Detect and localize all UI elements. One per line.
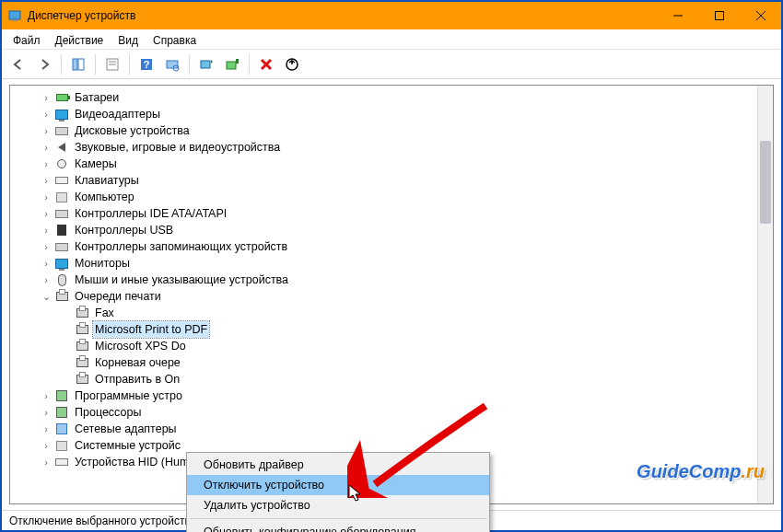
expand-icon[interactable]: › — [40, 106, 53, 122]
tree-node[interactable]: ›Звуковые, игровые и видеоустройства — [19, 139, 773, 156]
ctx-disable-device[interactable]: Отключить устройство — [187, 475, 489, 495]
tree-node[interactable]: Fax — [19, 305, 773, 321]
menu-file[interactable]: Файл — [6, 32, 48, 49]
svg-rect-0 — [9, 11, 20, 19]
update-driver-button[interactable] — [195, 53, 217, 75]
scan-hardware-button[interactable] — [161, 53, 183, 75]
drive-icon — [54, 206, 69, 221]
tree-node-label: Звуковые, игровые и видеоустройства — [73, 139, 282, 156]
tree-node[interactable]: ›Контроллеры запоминающих устройств — [19, 238, 773, 255]
tree-node-label: Компьютер — [73, 189, 136, 205]
back-button[interactable] — [7, 53, 29, 75]
tree-node-label: Дисковые устройства — [73, 122, 192, 139]
menu-help[interactable]: Справка — [146, 32, 204, 49]
menubar: Файл Действие Вид Справка — [2, 29, 781, 50]
forward-button[interactable] — [33, 53, 55, 75]
minimize-button[interactable] — [657, 2, 698, 29]
menu-action[interactable]: Действие — [48, 32, 111, 49]
tree-node[interactable]: ›Контроллеры USB — [19, 222, 773, 238]
tree-node[interactable]: ›Видеоадаптеры — [19, 106, 773, 122]
expand-icon[interactable]: › — [40, 238, 53, 255]
svg-rect-15 — [201, 61, 210, 68]
maximize-button[interactable] — [698, 2, 740, 29]
tree-node-label: Очереди печати — [73, 288, 163, 305]
tree-node[interactable]: ›Батареи — [19, 89, 773, 106]
monitor-icon — [54, 256, 69, 271]
menu-view[interactable]: Вид — [111, 32, 146, 49]
computer-icon — [54, 190, 69, 204]
tree-node[interactable]: Корневая очере — [19, 354, 773, 371]
svg-rect-3 — [715, 12, 723, 20]
install-legacy-button[interactable] — [221, 53, 243, 75]
svg-rect-16 — [227, 62, 236, 69]
tree-node-label: Контроллеры USB — [73, 222, 175, 238]
tree-node-label: Microsoft Print to PDF — [93, 321, 209, 338]
expand-icon[interactable]: › — [40, 437, 53, 454]
ctx-scan-hardware[interactable]: Обновить конфигурацию оборудования — [187, 522, 489, 532]
watermark-part2: Comp — [689, 461, 742, 481]
help-button[interactable]: ? — [135, 53, 158, 75]
expand-icon[interactable]: › — [40, 222, 53, 238]
expand-icon[interactable]: › — [40, 387, 53, 404]
tree-node[interactable]: ›Мониторы — [19, 255, 773, 272]
device-tree-panel: ›Батареи›Видеоадаптеры›Дисковые устройст… — [9, 85, 774, 504]
tree-node[interactable]: ›Клавиатуры — [19, 172, 773, 189]
scrollbar-thumb[interactable] — [760, 141, 771, 224]
svg-rect-7 — [78, 59, 84, 70]
titlebar: Диспетчер устройств — [2, 2, 781, 29]
usb-icon — [54, 223, 69, 237]
printer-icon — [75, 306, 89, 320]
toolbar: ? — [2, 50, 781, 79]
expand-icon[interactable]: › — [40, 454, 53, 470]
computer-icon — [54, 438, 69, 453]
tree-node[interactable]: ›Программные устро — [19, 387, 773, 404]
keyboard-icon — [54, 455, 69, 469]
show-hide-tree-button[interactable] — [67, 53, 89, 75]
tree-node-label: Сетевые адаптеры — [73, 421, 179, 437]
watermark-part1: Guide — [637, 461, 689, 481]
tree-node[interactable]: Отправить в On — [19, 371, 773, 387]
watermark-tld: .ru — [741, 461, 765, 481]
tree-node[interactable]: ›Процессоры — [19, 404, 773, 421]
tree-node-label: Мониторы — [73, 255, 132, 272]
expand-icon[interactable]: › — [40, 156, 53, 172]
expand-icon[interactable]: › — [40, 421, 53, 437]
printer-icon — [54, 289, 69, 304]
svg-rect-13 — [167, 61, 178, 68]
ctx-update-driver[interactable]: Обновить драйвер — [187, 455, 489, 475]
tree-node[interactable]: Microsoft Print to PDF — [19, 321, 773, 338]
printer-icon — [75, 322, 89, 337]
drive-icon — [54, 123, 69, 138]
close-button[interactable] — [740, 2, 781, 29]
tree-node[interactable]: ›Компьютер — [19, 189, 773, 205]
mouse-icon — [54, 272, 69, 287]
tree-node-label: Видеоадаптеры — [73, 106, 162, 122]
ctx-uninstall-device[interactable]: Удалить устройство — [187, 495, 489, 515]
properties-button[interactable] — [101, 53, 123, 75]
collapse-icon[interactable]: ⌄ — [40, 288, 53, 305]
monitor-icon — [54, 107, 69, 121]
expand-icon[interactable]: › — [40, 189, 53, 205]
tree-node[interactable]: ⌄Очереди печати — [19, 288, 773, 305]
expand-icon[interactable]: › — [40, 122, 53, 139]
expand-icon[interactable]: › — [40, 172, 53, 189]
tree-node[interactable]: ›Контроллеры IDE ATA/ATAPI — [19, 205, 773, 222]
camera-icon — [54, 156, 69, 171]
tree-node[interactable]: ›Камеры — [19, 156, 773, 172]
app-icon — [7, 8, 22, 23]
tree-node[interactable]: ›Дисковые устройства — [19, 122, 773, 139]
expand-icon[interactable]: › — [40, 272, 53, 288]
expand-icon[interactable]: › — [40, 139, 53, 156]
tree-node[interactable]: ›Сетевые адаптеры — [19, 421, 773, 437]
expand-icon[interactable]: › — [40, 89, 53, 106]
printer-icon — [75, 355, 89, 370]
expand-icon[interactable]: › — [40, 205, 53, 222]
vertical-scrollbar[interactable] — [757, 86, 773, 503]
expand-icon[interactable]: › — [40, 404, 53, 421]
tree-node[interactable]: Microsoft XPS Do — [19, 338, 773, 354]
tree-node[interactable]: ›Мыши и иные указывающие устройства — [19, 272, 773, 288]
disable-button[interactable] — [281, 53, 303, 75]
expand-icon[interactable]: › — [40, 255, 53, 272]
ctx-separator — [189, 518, 487, 519]
uninstall-button[interactable] — [255, 53, 277, 75]
